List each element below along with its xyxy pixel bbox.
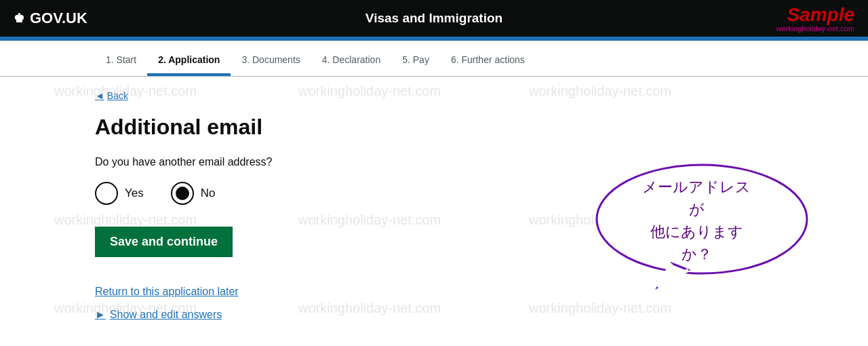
back-link[interactable]: ◄ Back [95, 90, 854, 101]
radio-no-circle [171, 182, 194, 205]
radio-no-label: No [201, 187, 216, 200]
logo: ♚ GOV.UK [14, 9, 87, 27]
show-answers-label: Show and edit answers [110, 309, 222, 321]
radio-no-option[interactable]: No [171, 182, 216, 205]
save-continue-button[interactable]: Save and continue [95, 227, 233, 257]
tab-declaration[interactable]: 4. Declaration [311, 49, 391, 76]
wm5: workingholiday-net.com [298, 212, 441, 228]
back-arrow: ◄ [95, 90, 104, 101]
radio-yes-label: Yes [125, 187, 144, 200]
wm4: workingholiday-net.com [54, 212, 197, 228]
bubble-svg [570, 158, 814, 294]
tab-further-actions[interactable]: 6. Further actions [440, 49, 536, 76]
tab-start[interactable]: 1. Start [95, 49, 147, 76]
sample-label: Sample [787, 4, 854, 26]
logo-text: GOV.UK [30, 9, 87, 27]
main-content: workingholiday-net.com workingholiday-ne… [0, 77, 868, 334]
back-label: Back [107, 90, 128, 101]
tab-application[interactable]: 2. Application [147, 49, 231, 76]
svg-point-0 [597, 165, 807, 273]
nav-tabs: 1. Start 2. Application 3. Documents 4. … [0, 41, 868, 77]
page-title: Additional email [95, 115, 854, 140]
radio-yes-option[interactable]: Yes [95, 182, 144, 205]
radio-yes-circle [95, 182, 118, 205]
header-watermark: workingholiday-net.com [776, 24, 854, 33]
show-answers-arrow: ► [95, 309, 106, 321]
header-title: Visas and Immigration [366, 11, 502, 26]
show-answers-link[interactable]: ► Show and edit answers [95, 309, 854, 321]
crown-icon: ♚ [14, 11, 24, 26]
tab-pay[interactable]: 5. Pay [391, 49, 440, 76]
header: ♚ GOV.UK Visas and Immigration Sample wo… [0, 0, 868, 37]
tab-documents[interactable]: 3. Documents [231, 49, 311, 76]
speech-bubble: メールアドレスが 他にありますか？ [570, 158, 814, 294]
